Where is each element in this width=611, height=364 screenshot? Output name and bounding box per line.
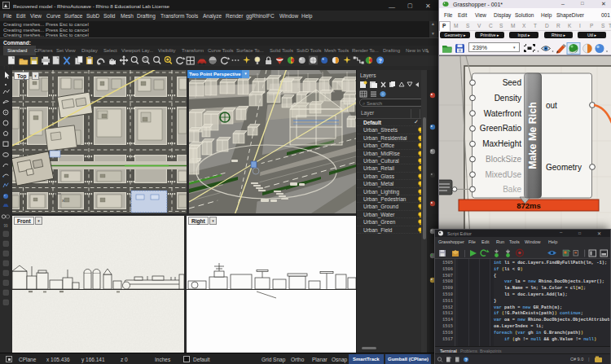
svg-text:MaxHeight: MaxHeight [482, 139, 521, 148]
svg-text:BlockSize: BlockSize [486, 155, 521, 164]
svg-text:Waterfront: Waterfront [484, 109, 522, 118]
svg-text:x: x [62, 198, 64, 203]
svg-text:?: ? [464, 357, 467, 362]
svg-text:Geometry: Geometry [546, 163, 582, 172]
svg-text:99: 99 [3, 224, 8, 228]
svg-text:Density: Density [495, 94, 521, 103]
svg-text:872ms: 872ms [516, 201, 541, 210]
svg-text:?: ? [378, 58, 381, 64]
svg-text:MixedUse: MixedUse [486, 170, 522, 179]
svg-text:out: out [546, 101, 557, 110]
svg-text:Make Me Rich: Make Me Rich [527, 102, 538, 169]
svg-text:Bake: Bake [503, 185, 521, 194]
svg-text:Seed: Seed [503, 78, 521, 87]
svg-text:GreenRatio: GreenRatio [480, 124, 522, 133]
